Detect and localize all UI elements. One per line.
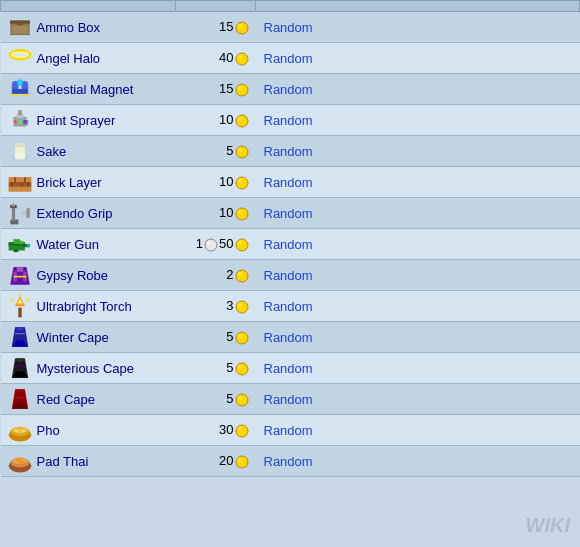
svg-line-74 — [26, 298, 29, 301]
cost-cell: 10 — [176, 167, 256, 198]
svg-point-110 — [236, 456, 248, 468]
svg-point-15 — [16, 79, 23, 86]
svg-rect-48 — [26, 208, 29, 218]
item-cell: Angel Halo — [1, 43, 176, 74]
table-row: Water Gun1 50 Random — [1, 229, 580, 260]
header-availability — [256, 1, 580, 12]
gold-amount: 5 — [226, 391, 233, 406]
svg-rect-100 — [15, 430, 18, 432]
gold-amount: 5 — [226, 360, 233, 375]
gold-amount: 5 — [226, 143, 233, 158]
item-cell: Paint Sprayer — [1, 105, 176, 136]
svg-point-25 — [236, 115, 248, 127]
item-icon — [7, 200, 33, 226]
svg-point-49 — [236, 208, 248, 220]
svg-point-17 — [238, 86, 242, 90]
item-cell: Extendo Grip — [1, 198, 176, 229]
gold-amount: 15 — [219, 81, 233, 96]
gold-amount: 5 — [226, 329, 233, 344]
svg-rect-1 — [10, 21, 30, 24]
svg-rect-21 — [18, 110, 21, 115]
table-row: Red Cape5 Random — [1, 384, 580, 415]
svg-point-26 — [238, 117, 242, 121]
item-icon — [7, 76, 33, 102]
availability-cell: Random — [256, 74, 580, 105]
availability-cell: Random — [256, 105, 580, 136]
availability-cell: Random — [256, 136, 580, 167]
item-icon — [7, 107, 33, 133]
availability-cell: Random — [256, 260, 580, 291]
item-name: Gypsy Robe — [37, 268, 109, 283]
item-icon — [7, 324, 33, 350]
svg-point-61 — [238, 241, 242, 245]
svg-point-32 — [238, 148, 242, 152]
svg-point-77 — [238, 303, 242, 307]
svg-rect-30 — [15, 149, 25, 152]
cost-cell: 5 — [176, 136, 256, 167]
item-cell: Ammo Box — [1, 12, 176, 43]
gold-amount: 20 — [219, 453, 233, 468]
svg-point-102 — [236, 425, 248, 437]
cost-cell: 5 — [176, 384, 256, 415]
svg-point-5 — [238, 24, 242, 28]
svg-point-57 — [26, 244, 29, 247]
gold-amount: 2 — [226, 267, 233, 282]
availability-cell: Random — [256, 353, 580, 384]
cost-cell: 15 — [176, 12, 256, 43]
item-cell: Pho — [1, 415, 176, 446]
table-row: Gypsy Robe2 Random — [1, 260, 580, 291]
item-name: Pho — [37, 423, 60, 438]
shop-table-container: Ammo Box15 Random Angel Halo40 Random Ce… — [0, 0, 580, 477]
svg-rect-55 — [13, 249, 18, 252]
item-icon — [7, 293, 33, 319]
watermark: WIKI — [526, 514, 570, 537]
availability-cell: Random — [256, 322, 580, 353]
svg-point-50 — [238, 210, 242, 214]
item-name: Sake — [37, 144, 67, 159]
gold-amount: 10 — [219, 174, 233, 189]
item-name: Angel Halo — [37, 51, 101, 66]
cost-cell: 1 50 — [176, 229, 256, 260]
item-cell: Red Cape — [1, 384, 176, 415]
gold-amount: 3 — [226, 298, 233, 313]
svg-rect-69 — [18, 308, 21, 318]
item-icon — [7, 138, 33, 164]
item-cell: Water Gun — [1, 229, 176, 260]
item-icon — [7, 355, 33, 381]
svg-point-42 — [238, 179, 242, 183]
item-name: Water Gun — [37, 237, 99, 252]
item-icon — [7, 231, 33, 257]
svg-rect-14 — [11, 89, 27, 94]
svg-point-89 — [236, 363, 248, 375]
svg-point-103 — [238, 427, 242, 431]
cost-cell: 5 — [176, 353, 256, 384]
table-row: Brick Layer10 Random — [1, 167, 580, 198]
svg-rect-80 — [16, 327, 23, 330]
gold-amount: 10 — [219, 205, 233, 220]
svg-point-24 — [23, 120, 26, 123]
cost-cell: 2 — [176, 260, 256, 291]
cost-cell: 30 — [176, 415, 256, 446]
table-row: Angel Halo40 Random — [1, 43, 580, 74]
gold-amount: 50 — [219, 236, 233, 251]
svg-rect-35 — [8, 187, 31, 192]
svg-rect-28 — [15, 143, 25, 148]
gold-amount: 30 — [219, 422, 233, 437]
item-cell: Mysterious Cape — [1, 353, 176, 384]
item-cell: Celestial Magnet — [1, 74, 176, 105]
svg-point-111 — [238, 458, 242, 462]
svg-point-58 — [205, 239, 217, 251]
svg-point-84 — [238, 334, 242, 338]
svg-point-76 — [236, 301, 248, 313]
item-name: Ammo Box — [37, 20, 101, 35]
svg-rect-86 — [16, 358, 23, 361]
svg-point-96 — [238, 396, 242, 400]
item-icon — [7, 448, 33, 474]
item-name: Brick Layer — [37, 175, 102, 190]
table-row: Winter Cape5 Random — [1, 322, 580, 353]
svg-point-59 — [207, 241, 211, 245]
item-icon — [7, 417, 33, 443]
shop-table: Ammo Box15 Random Angel Halo40 Random Ce… — [0, 0, 580, 477]
svg-point-4 — [236, 22, 248, 34]
cost-cell: 15 — [176, 74, 256, 105]
